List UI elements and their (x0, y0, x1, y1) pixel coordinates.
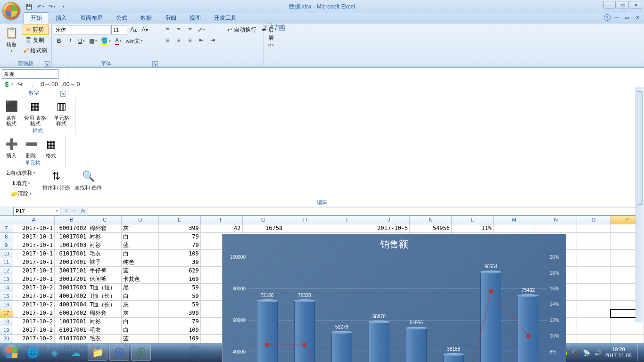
cell[interactable]: 灰 (122, 301, 159, 309)
cell[interactable]: 169 (159, 275, 201, 284)
cell[interactable]: 59 (159, 284, 201, 292)
column-header[interactable]: B (55, 216, 88, 224)
tray-power-icon[interactable]: 🔌 (571, 349, 579, 356)
name-box[interactable]: P17▾ (13, 207, 60, 215)
cell[interactable]: 棉外套 (88, 309, 122, 318)
cell[interactable]: 2017-10-2 (13, 309, 55, 318)
cell[interactable] (326, 224, 368, 233)
cell[interactable]: 109 (159, 250, 201, 258)
comma-button[interactable]: , (27, 79, 37, 90)
cell[interactable]: 2017-10-2 (13, 292, 55, 301)
table-format-button[interactable]: ▦套用 表格格式 (22, 98, 49, 127)
cell[interactable] (577, 326, 611, 335)
cell[interactable]: T恤（长） (88, 292, 122, 301)
cell[interactable] (494, 224, 536, 233)
cell[interactable]: 毛衣 (88, 335, 122, 343)
row-header[interactable]: 19 (0, 326, 13, 335)
cell[interactable] (577, 292, 611, 301)
cell[interactable] (577, 267, 611, 275)
font-color-button[interactable]: A▾ (113, 36, 124, 46)
row-header[interactable]: 15 (0, 292, 13, 301)
cell[interactable]: 2017-10-1 (13, 241, 55, 250)
cell[interactable]: 袜子 (88, 258, 122, 267)
cell[interactable]: 10017001 (55, 318, 88, 326)
fill-color-button[interactable]: 🪣▾ (99, 36, 112, 46)
format-cells-button[interactable]: ▦格式 (41, 136, 60, 159)
paste-button[interactable]: 📋 粘贴▾ (2, 25, 21, 54)
cell[interactable]: 30017201 (55, 275, 88, 284)
taskbar-app2-icon[interactable]: ☁ (66, 345, 86, 361)
row-header[interactable]: 12 (0, 267, 13, 275)
cell[interactable] (284, 224, 326, 233)
fx-icon[interactable]: fx (81, 208, 85, 214)
maximize-button[interactable]: ▭ (617, 1, 629, 8)
cell[interactable]: 79 (159, 318, 201, 326)
cell[interactable] (577, 224, 611, 233)
ribbon-tab[interactable]: 插入 (49, 13, 74, 24)
column-header[interactable]: C (88, 216, 122, 224)
cell[interactable]: 40017004 (55, 301, 88, 309)
column-header[interactable]: D (122, 216, 159, 224)
sort-filter-button[interactable]: ⇅排序和 筛选 (41, 168, 72, 191)
indent-inc-button[interactable]: ⇥ (207, 35, 218, 45)
align-launcher[interactable]: ⬊ (279, 25, 285, 31)
column-header[interactable]: K (410, 216, 452, 224)
close-button[interactable]: ✕ (630, 1, 642, 8)
cond-format-button[interactable]: ⬛条件格式 (2, 98, 21, 127)
cell[interactable]: 牛仔裤 (88, 267, 122, 275)
cell[interactable]: 衬衫 (88, 241, 122, 250)
column-header[interactable]: J (368, 216, 410, 224)
cell[interactable]: 60017002 (55, 309, 88, 318)
cell[interactable]: 灰 (122, 224, 159, 233)
cell[interactable]: 2017-10-2 (13, 335, 55, 343)
row-header[interactable]: 18 (0, 318, 13, 326)
row-header[interactable]: 17 (0, 309, 13, 318)
cell[interactable]: 2017-10-2 (13, 284, 55, 292)
cell[interactable] (577, 318, 611, 326)
cell[interactable]: 399 (159, 224, 201, 233)
cell[interactable] (577, 275, 611, 284)
taskbar-word-icon[interactable]: Ⓦ (109, 345, 129, 361)
cell[interactable]: 毛衣 (88, 326, 122, 335)
align-bottom-button[interactable]: ≡ (185, 25, 195, 35)
cell[interactable]: 卡其色 (122, 275, 159, 284)
cell[interactable] (577, 335, 611, 343)
column-header[interactable]: H (284, 216, 326, 224)
embedded-chart[interactable]: 销售额 200004000060000800001000000%2%4%6%8%… (222, 234, 566, 362)
cell[interactable]: T恤（短） (88, 284, 122, 292)
copy-button[interactable]: ⿻ 复制 (22, 35, 49, 45)
confirm-formula-icon[interactable]: ✓ (72, 208, 76, 214)
cut-button[interactable]: ✂ 剪切 (22, 25, 49, 35)
column-header[interactable]: L (452, 216, 494, 224)
cell[interactable] (577, 258, 611, 267)
number-launcher[interactable]: ⬊ (60, 91, 66, 97)
cell[interactable]: 白 (122, 318, 159, 326)
row-header[interactable]: 8 (0, 233, 13, 241)
cell[interactable]: 61017001 (55, 326, 88, 335)
ribbon-tab[interactable]: 审阅 (158, 13, 183, 24)
number-format-select[interactable] (2, 69, 58, 79)
format-painter-button[interactable]: 🖌 格式刷 (22, 45, 49, 56)
cell[interactable]: 79 (159, 233, 201, 241)
ribbon-min-icon[interactable]: ─ (612, 14, 621, 21)
column-header[interactable]: M (494, 216, 536, 224)
formula-input[interactable] (88, 207, 644, 215)
cell[interactable]: 白 (122, 326, 159, 335)
cell[interactable]: 纯色 (122, 258, 159, 267)
delete-cells-button[interactable]: ➖删除 (22, 136, 41, 159)
row-header[interactable]: 9 (0, 241, 13, 250)
cell[interactable]: 2017-10-1 (13, 267, 55, 275)
taskbar-clock[interactable]: 19:202017-11-05 (605, 346, 632, 359)
column-header[interactable]: F (201, 216, 243, 224)
ribbon-tab[interactable]: 公式 (109, 13, 134, 24)
dec-decimal-button[interactable]: .00→.0 (60, 79, 82, 90)
cell[interactable]: 白 (122, 292, 159, 301)
taskbar-explorer-icon[interactable]: 📁 (88, 345, 107, 361)
ribbon-tab[interactable]: 开发工具 (207, 13, 243, 24)
cell[interactable]: 蓝 (122, 267, 159, 275)
cell[interactable]: 30017003 (55, 284, 88, 292)
row-header[interactable]: 14 (0, 284, 13, 292)
save-icon[interactable]: 💾 (25, 2, 34, 11)
ribbon-tab[interactable]: 视图 (183, 13, 207, 24)
cell[interactable]: 109 (159, 335, 201, 343)
